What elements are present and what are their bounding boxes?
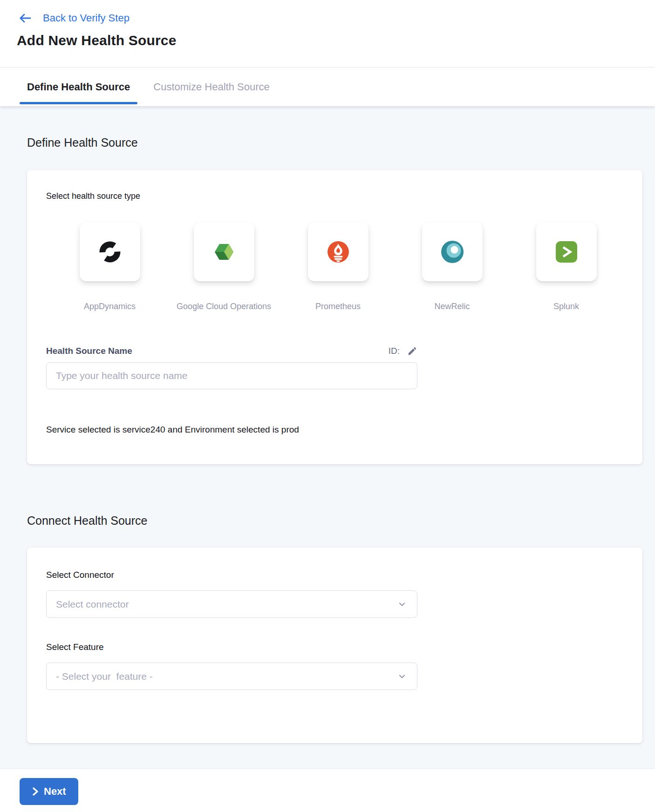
main-content: Define Health Source Select health sourc… bbox=[0, 106, 655, 768]
next-button-label: Next bbox=[44, 785, 66, 798]
chevron-right-icon bbox=[32, 787, 39, 796]
prometheus-icon bbox=[327, 240, 350, 264]
health-source-name-input[interactable] bbox=[46, 362, 417, 389]
appdynamics-tile[interactable] bbox=[80, 223, 140, 281]
feature-select[interactable]: - Select your feature - bbox=[46, 663, 417, 690]
select-feature-label: Select Feature bbox=[46, 642, 623, 652]
source-option-splunk: Splunk bbox=[509, 223, 623, 311]
splunk-label: Splunk bbox=[553, 302, 579, 311]
back-link[interactable]: Back to Verify Step bbox=[17, 12, 655, 24]
select-connector-label: Select Connector bbox=[46, 570, 623, 580]
edit-id-button[interactable] bbox=[407, 346, 417, 356]
define-health-source-card: Select health source type AppDynamics bbox=[27, 170, 642, 464]
source-option-google-cloud-operations: Google Cloud Operations bbox=[167, 223, 281, 311]
splunk-tile[interactable] bbox=[536, 223, 597, 281]
tab-bar: Define Health Source Customize Health So… bbox=[0, 68, 655, 106]
page-header: Back to Verify Step Add New Health Sourc… bbox=[0, 0, 655, 68]
source-option-appdynamics: AppDynamics bbox=[53, 223, 167, 311]
google-cloud-operations-label: Google Cloud Operations bbox=[177, 302, 271, 311]
google-cloud-operations-tile[interactable] bbox=[194, 223, 254, 281]
newrelic-tile[interactable] bbox=[422, 223, 483, 281]
splunk-icon bbox=[555, 241, 578, 263]
health-source-name-label: Health Source Name bbox=[46, 346, 132, 356]
tab-customize-health-source[interactable]: Customize Health Source bbox=[146, 68, 277, 106]
page-title: Add New Health Source bbox=[17, 33, 655, 48]
connect-health-source-card: Select Connector Select connector Select… bbox=[27, 548, 642, 743]
appdynamics-icon bbox=[99, 241, 121, 263]
feature-select-placeholder: - Select your feature - bbox=[47, 663, 417, 690]
prometheus-label: Prometheus bbox=[315, 302, 361, 311]
id-group: ID: bbox=[389, 346, 417, 356]
health-source-type-grid: AppDynamics Google Cloud Operations bbox=[53, 223, 623, 311]
prometheus-tile[interactable] bbox=[308, 223, 368, 281]
id-label: ID: bbox=[389, 346, 400, 356]
connector-select-placeholder: Select connector bbox=[47, 591, 417, 617]
footer-bar: Next bbox=[0, 768, 655, 812]
google-cloud-operations-icon bbox=[213, 242, 235, 262]
next-button[interactable]: Next bbox=[20, 778, 78, 805]
service-environment-note: Service selected is service240 and Envir… bbox=[46, 425, 623, 435]
newrelic-label: NewRelic bbox=[434, 302, 470, 311]
appdynamics-label: AppDynamics bbox=[84, 302, 136, 311]
connect-section-heading: Connect Health Source bbox=[27, 514, 655, 528]
chevron-down-icon bbox=[397, 672, 407, 681]
define-section-heading: Define Health Source bbox=[27, 136, 655, 149]
health-source-name-row: Health Source Name ID: bbox=[46, 346, 417, 356]
chevron-down-icon bbox=[397, 600, 407, 609]
back-link-label[interactable]: Back to Verify Step bbox=[43, 12, 130, 24]
select-type-label: Select health source type bbox=[46, 191, 623, 201]
pencil-icon bbox=[407, 346, 417, 356]
source-option-newrelic: NewRelic bbox=[395, 223, 509, 311]
newrelic-icon bbox=[440, 240, 464, 264]
source-option-prometheus: Prometheus bbox=[281, 223, 395, 311]
arrow-left-icon bbox=[19, 13, 32, 24]
tab-define-health-source[interactable]: Define Health Source bbox=[20, 68, 137, 106]
connector-select[interactable]: Select connector bbox=[46, 590, 417, 618]
